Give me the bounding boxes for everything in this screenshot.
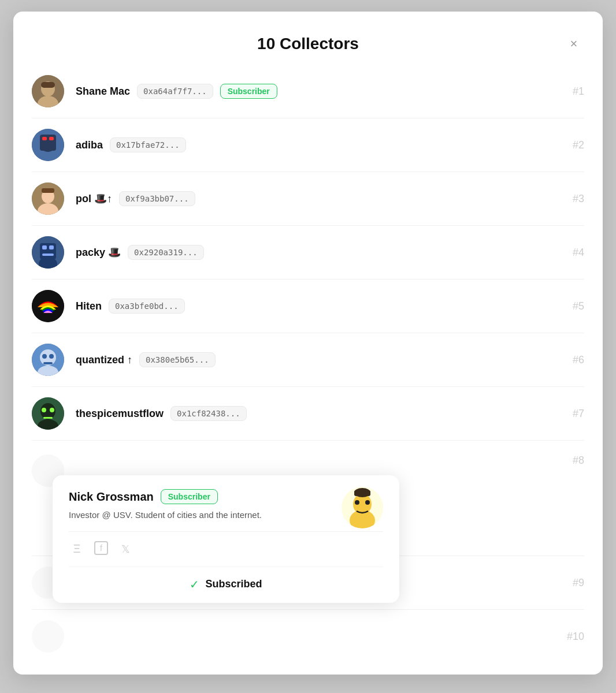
tooltip-name: Nick Grossman <box>69 490 154 504</box>
svg-rect-14 <box>40 243 56 259</box>
svg-point-37 <box>365 500 370 505</box>
wallet-address: 0xf9a3bb07... <box>119 191 195 206</box>
svg-rect-17 <box>42 254 54 256</box>
close-button[interactable]: × <box>563 33 584 54</box>
collector-name: pol 🎩↑ <box>76 192 112 205</box>
subscribed-bar: ✓ Subscribed <box>69 567 383 603</box>
svg-point-41 <box>32 620 64 653</box>
collector-name: packy 🎩 <box>76 246 121 259</box>
svg-rect-15 <box>42 245 47 249</box>
modal-header: 10 Collectors × <box>13 12 603 65</box>
avatar <box>32 344 64 376</box>
table-row: #8 Nick Grossman Subscriber Investor @ U… <box>32 441 584 556</box>
tooltip-card: Nick Grossman Subscriber Investor @ USV.… <box>53 475 399 603</box>
tooltip-bio: Investor @ USV. Student of cities and th… <box>69 509 383 522</box>
modal-title: 10 Collectors <box>257 35 359 53</box>
table-row: Hiten 0xa3bfe0bd... #5 <box>32 280 584 333</box>
collector-list: Shane Mac 0xa64af7f7... Subscriber #1 <box>13 65 603 675</box>
svg-rect-24 <box>43 362 53 364</box>
subscribed-label: Subscribed <box>205 578 262 590</box>
avatar <box>32 236 64 269</box>
foundation-icon: f <box>94 541 108 555</box>
check-icon: ✓ <box>190 578 199 591</box>
table-row: packy 🎩 0x2920a319... #4 <box>32 226 584 280</box>
svg-rect-16 <box>49 245 54 249</box>
collector-name: Hiten <box>76 300 102 312</box>
rank-label: #1 <box>556 85 584 98</box>
collector-info: Shane Mac 0xa64af7f7... Subscriber <box>76 84 556 99</box>
svg-rect-3 <box>41 82 55 88</box>
avatar <box>32 397 64 430</box>
wallet-address: 0x380e5b65... <box>139 352 216 367</box>
twitter-icon: 𝕏 <box>117 541 133 557</box>
avatar <box>32 290 64 322</box>
modal: 10 Collectors × Shane Mac 0xa64af7f7... <box>13 12 603 675</box>
rank-label: #9 <box>556 577 584 589</box>
avatar <box>32 620 64 653</box>
subscriber-badge: Subscriber <box>220 84 277 99</box>
collector-info: pol 🎩↑ 0xf9a3bb07... <box>76 191 556 206</box>
collector-name: adiba <box>76 139 103 151</box>
avatar <box>32 182 64 215</box>
svg-point-8 <box>42 145 54 152</box>
avatar <box>32 75 64 107</box>
wallet-address: 0xa3bfe0bd... <box>109 299 185 314</box>
rank-label: #3 <box>556 193 584 205</box>
tooltip-avatar <box>342 487 383 528</box>
collector-info: quantized ↑ 0x380e5b65... <box>76 352 556 367</box>
table-row: #10 <box>32 610 584 663</box>
tooltip-icons: Ξ f 𝕏 <box>69 531 383 567</box>
table-row: thespicemustflow 0x1cf82438... #7 <box>32 387 584 441</box>
backdrop: 10 Collectors × Shane Mac 0xa64af7f7... <box>0 0 616 693</box>
wallet-address: 0x2920a319... <box>128 245 204 260</box>
avatar <box>32 129 64 161</box>
collector-info: thespicemustflow 0x1cf82438... <box>76 406 556 421</box>
eth-icon: Ξ <box>69 541 85 557</box>
svg-point-29 <box>50 408 54 412</box>
table-row: Shane Mac 0xa64af7f7... Subscriber #1 <box>32 65 584 118</box>
svg-rect-12 <box>42 188 54 193</box>
rank-label: #2 <box>556 139 584 151</box>
collector-name: Shane Mac <box>76 85 130 98</box>
rank-label: #4 <box>556 247 584 259</box>
table-row: pol 🎩↑ 0xf9a3bb07... #3 <box>32 172 584 226</box>
tooltip-name-row: Nick Grossman Subscriber <box>69 489 383 504</box>
svg-point-36 <box>355 500 359 505</box>
svg-rect-6 <box>42 137 47 140</box>
rank-label: #8 <box>556 454 584 467</box>
wallet-address: 0xa64af7f7... <box>137 84 213 99</box>
wallet-address: 0x17bfae72... <box>110 137 186 152</box>
svg-point-22 <box>42 354 47 359</box>
collector-info: Hiten 0xa3bfe0bd... <box>76 299 556 314</box>
svg-point-23 <box>49 354 54 359</box>
table-row: adiba 0x17bfae72... #2 <box>32 118 584 172</box>
tooltip-subscriber-badge: Subscriber <box>161 489 218 504</box>
svg-rect-7 <box>49 137 54 140</box>
collector-name: thespicemustflow <box>76 408 164 420</box>
collector-name: quantized ↑ <box>76 354 132 366</box>
rank-label: #10 <box>556 631 584 643</box>
rank-label: #5 <box>556 300 584 312</box>
svg-point-28 <box>42 408 46 412</box>
wallet-address: 0x1cf82438... <box>170 406 247 421</box>
svg-rect-39 <box>354 490 370 496</box>
svg-rect-30 <box>43 417 53 419</box>
collector-info: packy 🎩 0x2920a319... <box>76 245 556 260</box>
table-row: quantized ↑ 0x380e5b65... #6 <box>32 333 584 387</box>
collector-info: adiba 0x17bfae72... <box>76 137 556 152</box>
rank-label: #7 <box>556 408 584 420</box>
rank-label: #6 <box>556 354 584 366</box>
